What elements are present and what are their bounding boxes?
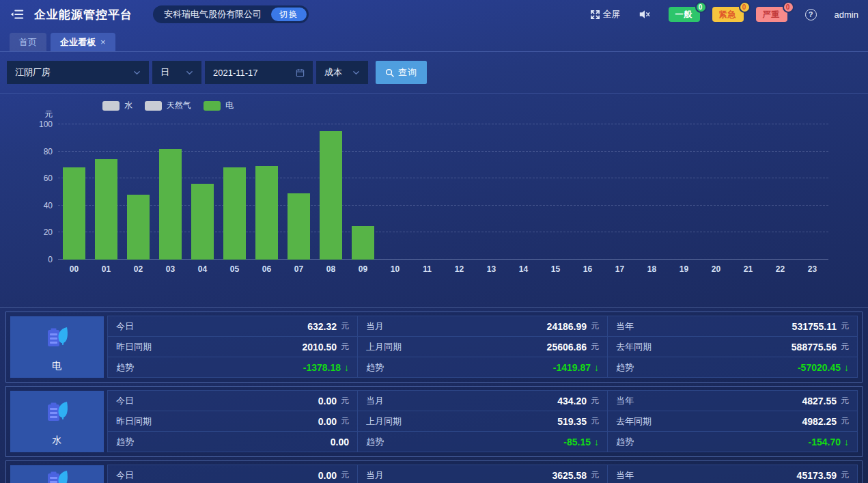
site-select[interactable]: 江阴厂房 [7,61,149,84]
stat-value: 4827.55 [802,396,837,406]
stat-value: 519.35 [557,416,587,427]
stat-cell: 去年同期4982.25元 [607,411,858,432]
switch-company-button[interactable]: 切换 [271,8,307,21]
search-button[interactable]: 查询 [376,61,427,84]
chart-plot-area [58,124,828,260]
stat-cell: 当年4827.55元 [607,390,858,411]
date-picker-value: 2021-11-17 [213,68,289,78]
alarm-button-严重[interactable]: 严重0 [756,7,787,22]
x-tick-label: 08 [315,264,347,274]
x-tick-label: 04 [186,264,219,274]
bar-slot-08 [315,124,347,260]
x-tick-label: 05 [219,264,251,274]
stat-label: 当年 [616,320,634,333]
stat-cell: 趋势-57020.45↓ [607,357,858,378]
stat-value: -85.15 [563,437,591,447]
menu-fold-icon[interactable] [10,7,25,22]
user-menu[interactable]: admin [835,10,858,20]
period-select[interactable]: 日 [152,61,201,84]
x-tick-label: 03 [154,264,186,274]
x-tick-label: 17 [604,264,636,274]
x-tick-label: 21 [732,264,764,274]
search-button-label: 查询 [398,66,417,79]
stat-unit: 元 [591,469,599,481]
app-header: 企业能源管控平台 安科瑞电气股份有限公司 切换 全屏 一般0紧急0严重0 ? a… [0,0,868,29]
x-tick-label: 06 [251,264,283,274]
stat-cell: 当月24186.99元 [357,316,608,337]
tab-首页[interactable]: 首页 [10,33,46,51]
stat-cell: 今日0.00元 [107,465,358,483]
trend-down-arrow-icon: ↓ [844,362,849,373]
bar-slot-22 [764,124,796,260]
card-row: 昨日同期0.00元上月同期519.35元去年同期4982.25元 [108,411,858,432]
bar-slot-04 [186,124,219,260]
legend-swatch [204,101,221,111]
tab-close-icon[interactable]: × [100,37,106,47]
stat-value: -1419.87 [553,362,591,373]
energy-type-tile: 电 [10,316,104,378]
stat-value: 4982.25 [802,416,837,427]
card-row: 今日0.00元当月434.20元当年4827.55元 [108,391,858,411]
energy-type-tile: 水 [10,391,104,452]
legend-item-水[interactable]: 水 [102,100,132,111]
bar-slot-11 [411,124,443,260]
x-tick-label: 09 [347,264,379,274]
bar-slot-16 [572,124,604,260]
stat-label: 昨日同期 [116,415,152,428]
legend-item-天然气[interactable]: 天然气 [145,100,191,111]
stat-cell: 上月同期519.35元 [357,411,608,432]
y-tick-label: 0 [0,255,53,264]
card-grid: 今日0.00元当月434.20元当年4827.55元昨日同期0.00元上月同期5… [108,391,858,452]
bar-slot-07 [283,124,315,260]
alarm-buttons: 一般0紧急0严重0 [669,7,787,22]
stat-value: 632.32 [307,321,337,332]
legend-swatch [145,101,162,111]
energy-card-row3: 今日0.00元当月3625.58元当年45173.59元 [5,460,863,483]
stat-label: 昨日同期 [116,341,152,353]
date-picker[interactable]: 2021-11-17 [205,61,313,84]
alarm-count-badge: 0 [739,1,751,13]
stat-unit: 元 [591,415,599,427]
y-tick-label: 20 [0,227,53,237]
stat-cell: 今日632.32元 [107,316,358,337]
bar-slot-01 [90,124,122,260]
alarm-count-badge: 0 [695,1,707,13]
x-tick-label: 12 [443,264,475,274]
legend-item-电[interactable]: 电 [204,100,234,111]
tab-企业看板[interactable]: 企业看板× [51,33,115,51]
alarm-button-紧急[interactable]: 紧急0 [712,7,744,22]
stat-unit: 元 [341,341,349,353]
tab-label: 首页 [19,36,37,49]
x-tick-label: 02 [122,264,154,274]
mute-speaker-icon[interactable] [639,9,651,20]
tab-label: 企业看板 [60,36,96,49]
chevron-down-icon [352,69,360,77]
energy-type-label: 电 [52,360,62,372]
stat-label: 上月同期 [366,415,402,428]
fullscreen-icon [590,10,600,20]
bar-slot-03 [154,124,186,260]
bar-slot-02 [122,124,154,260]
energy-type-tile [10,465,104,483]
stat-value: -154.70 [809,437,841,447]
y-tick-label: 40 [0,201,53,210]
metric-select[interactable]: 成本 [316,61,368,84]
fullscreen-button[interactable]: 全屏 [590,8,621,20]
stat-value: 434.20 [557,396,587,406]
bar-slot-09 [347,124,379,260]
alarm-count-badge: 0 [783,1,794,13]
chart-legend: 水天然气电 [102,100,234,111]
card-row: 趋势0.00趋势-85.15↓趋势-154.70↓ [108,432,858,452]
stat-label: 今日 [116,395,134,407]
stat-unit: 元 [841,395,849,406]
card-row: 昨日同期2010.50元上月同期25606.86元去年同期588775.56元 [108,337,858,357]
filter-bar: 江阴厂房 日 2021-11-17 成本 查询 [0,52,868,94]
bar-slot-20 [700,124,732,260]
stat-label: 趋势 [366,361,384,374]
help-icon[interactable]: ? [805,9,817,20]
bar-slot-23 [796,124,828,260]
bar-01 [95,159,117,260]
alarm-button-一般[interactable]: 一般0 [669,7,700,22]
stat-unit: 元 [841,341,849,353]
stat-label: 趋势 [116,436,134,448]
